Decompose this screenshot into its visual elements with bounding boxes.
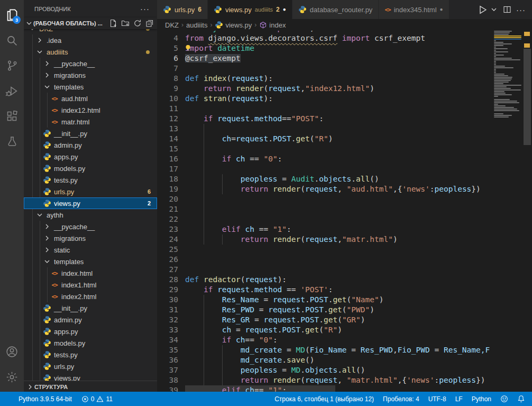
code-line-16[interactable]: 16 if ch == "0": [157,154,493,164]
activity-search-button[interactable] [0,28,24,53]
activity-source-control-button[interactable] [0,53,24,78]
bell-icon[interactable] [517,395,525,403]
code-line-9[interactable]: 9 return render(request,"index12.html") [157,84,493,94]
code-line-13[interactable]: 13 [157,124,493,134]
code-line-33[interactable]: 33 ch = request.POST.get("R") [157,325,493,335]
code-line-7[interactable]: 7 [157,64,493,74]
tree-item-.idea[interactable]: .idea [24,34,157,46]
code-line-37[interactable]: 37 peopless = MD.objects.all() [157,365,493,375]
tree-item-__pycache__[interactable]: __pycache__ [24,58,157,69]
tree-item-apps.py[interactable]: apps.py [24,151,157,163]
tree-item-index12.html[interactable]: <>index12.html [24,104,157,116]
new-file-icon[interactable] [109,19,117,28]
tree-item-__init__.py[interactable]: __init__.py [24,302,157,314]
tree-item-matr.html[interactable]: <>matr.html [24,116,157,128]
activity-explorer-button[interactable]: 3 [0,2,24,28]
feedback-icon[interactable] [500,395,508,403]
tree-item-models.py[interactable]: models.py [24,337,157,349]
tree-item-urls.py[interactable]: urls.py6 [24,186,157,197]
tree-item-views.py[interactable]: views.py2 [24,197,157,209]
breadcrumb-views.py[interactable]: views.py [215,21,252,29]
code-line-14[interactable]: 14 ch=request.POST.get("R") [157,134,493,144]
code-line-36[interactable]: 36 md_create.save() [157,355,493,365]
outline-section-header[interactable]: СТРУКТУРА [24,381,157,392]
tree-item-models.py[interactable]: models.py [24,163,157,174]
tree-item-templates[interactable]: templates [24,81,157,93]
code-line-12[interactable]: 12 if request.method=="POST": [157,114,493,124]
tree-item-__init__.py[interactable]: __init__.py [24,128,157,139]
tree-item-views.py[interactable]: views.py [24,372,157,381]
tree-item-aud.html[interactable]: <>aud.html [24,93,157,104]
code-line-25[interactable]: 25 [157,245,493,255]
cursor-position[interactable]: Строка 6, столбец 1 (выбрано 12) [274,395,374,403]
code-line-28[interactable]: 28def redactor(request): [157,275,493,285]
tab-index345.html[interactable]: <>index345.html● [379,0,449,19]
code-line-30[interactable]: 30 Res_Name = request.POST.get("Name") [157,295,493,305]
lightbulb-icon[interactable] [184,44,192,55]
tree-item-index1.html[interactable]: <>index1.html [24,279,157,291]
activity-account-button[interactable] [0,339,24,364]
code-line-8[interactable]: 8def index(request): [157,74,493,84]
tree-item-admin.py[interactable]: admin.py [24,139,157,151]
run-dropdown-chevron-icon[interactable] [490,5,498,14]
code-line-5[interactable]: 5import datetime [157,43,493,53]
workspace-section-header[interactable]: (РАБОЧАЯ ОБЛАСТЬ) ... [24,17,157,29]
activity-extensions-button[interactable] [0,104,24,129]
indentation-setting[interactable]: Пробелов: 4 [383,395,419,403]
code-line-20[interactable]: 20 [157,194,493,204]
tree-item-migrations[interactable]: migrations [24,232,157,244]
minimap[interactable] [493,31,522,392]
explorer-more-actions-button[interactable]: ··· [140,4,150,13]
tree-item-static[interactable]: static [24,244,157,256]
code-line-24[interactable]: 24 return render(request,"matr.html") [157,234,493,245]
code-line-10[interactable]: 10def stran(request): [157,94,493,104]
code-line-11[interactable]: 11 [157,104,493,114]
editor-more-actions-button[interactable]: ··· [516,5,526,14]
code-line-21[interactable]: 21 [157,204,493,214]
activity-testing-button[interactable] [0,129,24,155]
code-line-6[interactable]: 6@csrf_exempt [157,53,493,64]
activity-settings-button[interactable] [0,364,24,390]
code-line-23[interactable]: 23 elif ch == "1": [157,224,493,234]
language-mode[interactable]: Python [472,395,491,403]
code-line-27[interactable]: 27 [157,265,493,275]
tab-views.py[interactable]: views.pyaudiiits2● [208,0,292,19]
tree-item-urls.py[interactable]: urls.py [24,360,157,372]
tree-item-migrations[interactable]: migrations [24,69,157,81]
code-line-22[interactable]: 22 [157,214,493,224]
code-line-15[interactable]: 15 [157,144,493,154]
code-area[interactable]: 3from aythh.models import MD,Audit4from … [157,31,493,392]
tree-item-audiiits[interactable]: audiiits [24,46,157,58]
breadcrumb-audiiits[interactable]: audiiits [186,21,207,29]
code-line-17[interactable]: 17 [157,164,493,174]
run-button[interactable] [478,5,488,15]
tree-item-__pycache__[interactable]: __pycache__ [24,221,157,232]
tree-item-index.html[interactable]: <>index.html [24,267,157,279]
code-line-39[interactable]: 39 elif ch== "1": [157,385,493,392]
code-line-35[interactable]: 35 md_create = MD(Fio_Name = Res_PWD,Fio… [157,345,493,355]
tab-urls.py[interactable]: urls.py6 [157,0,208,19]
tab-database_roouter.py[interactable]: database_roouter.py [292,0,379,19]
tree-item-aythh[interactable]: aythh [24,209,157,221]
refresh-icon[interactable] [133,19,142,28]
code-line-4[interactable]: 4from django.views.decorators.csrf impor… [157,33,493,43]
tree-item-tests.py[interactable]: tests.py [24,349,157,360]
tree-item-DKZ[interactable]: DKZ [24,29,157,34]
problems-indicator[interactable]: 0 11 [81,395,113,403]
split-editor-button[interactable] [503,5,511,14]
code-line-32[interactable]: 32 Res_GR = request.POST.get("GR") [157,315,493,325]
tree-item-tests.py[interactable]: tests.py [24,174,157,186]
collapse-all-icon[interactable] [145,19,154,28]
python-version[interactable]: Python 3.9.5 64-bit [19,395,72,403]
breadcrumb-index[interactable]: index [259,21,286,29]
code-line-31[interactable]: 31 Res_PWD = request.POST.get("PWD") [157,305,493,315]
code-line-26[interactable]: 26 [157,255,493,265]
new-folder-icon[interactable] [121,19,130,28]
editor[interactable]: 3from aythh.models import MD,Audit4from … [157,31,532,392]
tree-item-templates[interactable]: templates [24,256,157,267]
scrollbar-thumb[interactable] [524,49,531,145]
tree-item-index2.html[interactable]: <>index2.html [24,291,157,302]
tree-item-admin.py[interactable]: admin.py [24,314,157,326]
breadcrumb-DKZ[interactable]: DKZ [165,21,179,29]
code-line-29[interactable]: 29 if request.method == 'POST': [157,285,493,295]
